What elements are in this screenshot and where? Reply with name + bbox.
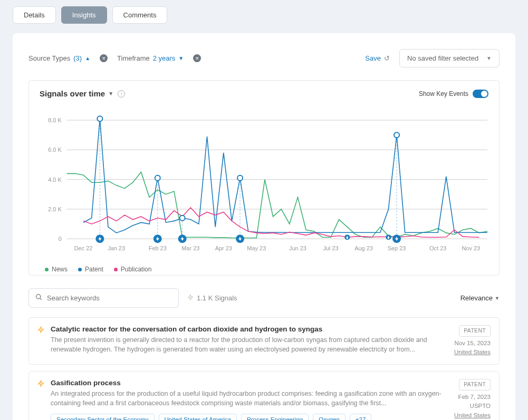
filter-source-types[interactable]: Source Types (3) ▲ [28, 54, 90, 62]
result-tag[interactable]: Secondary Sector of the Economy [51, 414, 155, 420]
result-tag[interactable]: United States of America [159, 414, 237, 420]
result-location[interactable]: United States [454, 412, 491, 418]
result-type-badge: PATENT [459, 379, 491, 390]
result-title: Catalytic reactor for the conversation o… [51, 325, 442, 333]
svg-text:Mar 23: Mar 23 [181, 245, 199, 251]
svg-point-23 [97, 116, 102, 121]
svg-marker-42 [39, 327, 44, 333]
result-tag[interactable]: +27 [350, 414, 372, 420]
signals-chart: 02.0 K4.0 K6.0 K8.0 KDec 22Jan 23Feb 23M… [35, 108, 493, 255]
svg-text:2.0 K: 2.0 K [48, 206, 62, 212]
key-events-label: Show Key Events [419, 90, 468, 97]
result-title: Gasification process [51, 379, 442, 387]
filter-timeframe[interactable]: Timeframe 2 years ▼ [117, 54, 184, 62]
svg-text:May 23: May 23 [247, 245, 266, 251]
result-description: An integrated process for the production… [51, 389, 442, 408]
svg-text:Jul 23: Jul 23 [323, 245, 338, 251]
result-date: Feb 7, 2023 [458, 394, 491, 400]
svg-text:Oct 23: Oct 23 [429, 245, 446, 251]
saved-filter-select[interactable]: No saved filter selected ▼ [399, 49, 500, 67]
filter-timeframe-value: 2 years [153, 54, 176, 62]
svg-text:4.0 K: 4.0 K [48, 177, 62, 183]
svg-point-26 [155, 175, 160, 181]
info-icon[interactable]: i [118, 90, 125, 97]
bolt-icon [37, 379, 44, 420]
chevron-up-icon: ▲ [85, 55, 90, 61]
tab-insights[interactable]: Insights [61, 6, 107, 24]
svg-text:0: 0 [59, 236, 62, 242]
search-input[interactable] [47, 294, 172, 302]
clear-timeframe-button[interactable]: ✕ [193, 54, 201, 62]
tabs: Details Insights Comments [13, 6, 515, 24]
svg-text:8.0 K: 8.0 K [48, 117, 62, 123]
filter-timeframe-label: Timeframe [117, 54, 150, 62]
svg-line-40 [40, 298, 42, 300]
clear-source-types-button[interactable]: ✕ [100, 54, 108, 62]
save-filter-button[interactable]: Save ↺ [365, 54, 390, 62]
svg-text:Jan 23: Jan 23 [108, 245, 125, 251]
svg-text:6.0 K: 6.0 K [48, 146, 62, 153]
undo-icon: ↺ [384, 54, 390, 62]
bolt-icon [37, 326, 44, 357]
result-card[interactable]: Gasification process An integrated proce… [28, 371, 500, 420]
chevron-down-icon: ▼ [486, 55, 492, 61]
svg-point-35 [394, 132, 399, 138]
svg-point-39 [36, 295, 41, 299]
result-description: The present invention is generally direc… [51, 335, 442, 354]
bolt-icon [187, 294, 194, 302]
result-tag[interactable]: Oxygen [313, 414, 345, 420]
saved-filter-placeholder: No saved filter selected [407, 54, 478, 62]
svg-point-32 [237, 175, 243, 181]
chevron-down-icon: ▼ [495, 296, 500, 301]
legend-news[interactable]: News [45, 266, 68, 273]
svg-point-29 [180, 216, 185, 221]
filter-source-types-count: (3) [73, 54, 82, 62]
svg-text:Nov 23: Nov 23 [462, 245, 480, 251]
chart-title-dropdown[interactable]: Signals over time ▼ [40, 89, 113, 98]
result-source: USPTO [470, 403, 491, 409]
signals-count-label: 1.1 K Signals [197, 294, 237, 302]
svg-text:Sep 23: Sep 23 [388, 245, 406, 251]
svg-text:Dec 22: Dec 22 [74, 245, 93, 251]
result-location[interactable]: United States [454, 349, 491, 355]
search-icon [35, 294, 43, 302]
key-events-toggle[interactable] [473, 90, 488, 98]
svg-text:Apr 23: Apr 23 [215, 245, 232, 251]
sort-dropdown[interactable]: Relevance ▼ [460, 294, 500, 302]
tab-comments[interactable]: Comments [112, 6, 168, 24]
legend-publication[interactable]: Publication [114, 266, 152, 273]
svg-text:Jun 23: Jun 23 [289, 245, 306, 251]
svg-marker-43 [39, 380, 44, 386]
chevron-down-icon: ▼ [178, 55, 184, 61]
legend-patent[interactable]: Patent [78, 266, 103, 273]
chevron-down-icon: ▼ [108, 91, 113, 96]
result-tag[interactable]: Process Engineering [241, 414, 309, 420]
tab-details[interactable]: Details [13, 6, 56, 24]
svg-text:Feb 23: Feb 23 [149, 245, 167, 251]
svg-marker-41 [188, 295, 193, 300]
result-date: Nov 15, 2023 [455, 340, 491, 346]
result-type-badge: PATENT [459, 325, 491, 337]
svg-text:Aug 23: Aug 23 [354, 245, 373, 251]
result-card[interactable]: Catalytic reactor for the conversation o… [28, 317, 500, 365]
filter-source-types-label: Source Types [28, 54, 70, 62]
